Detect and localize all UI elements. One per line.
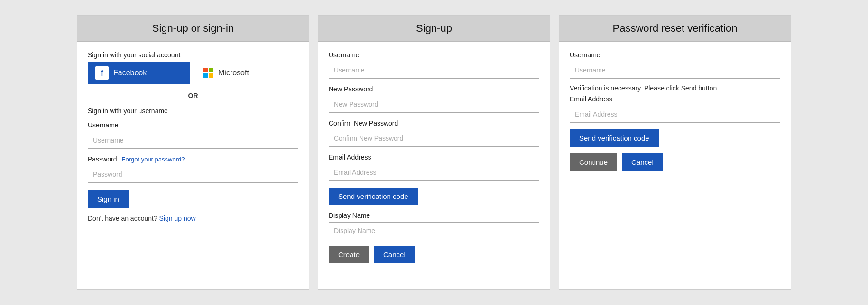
signup-email-input[interactable]	[329, 164, 539, 181]
new-password-input[interactable]	[329, 96, 539, 113]
reset-email-label: Email Address	[570, 95, 780, 103]
signup-username-input[interactable]	[329, 62, 539, 79]
panel-reset-header: Password reset verification	[559, 16, 791, 42]
password-label-row: Password Forgot your password?	[88, 155, 298, 163]
sign-up-link[interactable]: Sign up now	[159, 215, 196, 222]
sign-in-button[interactable]: Sign in	[88, 190, 129, 208]
reset-cancel-button[interactable]: Cancel	[622, 153, 663, 171]
panel-password-reset: Password reset verification Username Ver…	[559, 15, 791, 290]
facebook-button[interactable]: f Facebook	[88, 62, 190, 84]
confirm-password-label: Confirm New Password	[329, 119, 539, 127]
verification-note: Verification is necessary. Please click …	[570, 83, 780, 93]
panel-signup-header: Sign-up	[318, 16, 550, 42]
username-label: Username	[88, 121, 298, 129]
register-text: Don't have an account? Sign up now	[88, 215, 298, 222]
username-section-label: Sign in with your username	[88, 107, 298, 115]
create-button[interactable]: Create	[329, 246, 369, 263]
send-verification-code-button[interactable]: Send verification code	[329, 188, 418, 205]
or-divider: OR	[88, 92, 298, 99]
reset-action-row: Continue Cancel	[570, 153, 780, 171]
microsoft-label: Microsoft	[218, 69, 249, 77]
confirm-password-input[interactable]	[329, 130, 539, 147]
password-label: Password	[88, 155, 117, 163]
panel-sign-in: Sign-up or sign-in Sign in with your soc…	[77, 15, 309, 290]
reset-send-verification-button[interactable]: Send verification code	[570, 129, 659, 147]
reset-username-input[interactable]	[570, 62, 780, 79]
forgot-password-link[interactable]: Forgot your password?	[121, 156, 185, 163]
divider-line-left	[88, 96, 183, 96]
reset-email-input[interactable]	[570, 106, 780, 123]
username-input[interactable]	[88, 132, 298, 149]
new-password-label: New Password	[329, 85, 539, 93]
signup-action-row: Create Cancel	[329, 246, 539, 263]
or-text: OR	[188, 92, 198, 99]
password-input[interactable]	[88, 166, 298, 183]
signup-email-label: Email Address	[329, 153, 539, 161]
display-name-input[interactable]	[329, 222, 539, 239]
social-label: Sign in with your social account	[88, 51, 298, 59]
continue-button[interactable]: Continue	[570, 153, 617, 171]
microsoft-icon	[203, 68, 213, 78]
facebook-label: Facebook	[113, 69, 147, 77]
panel-sign-in-header: Sign-up or sign-in	[77, 16, 309, 42]
reset-username-label: Username	[570, 51, 780, 59]
microsoft-button[interactable]: Microsoft	[195, 62, 298, 84]
sign-in-button-wrapper: Sign in	[88, 190, 298, 208]
display-name-label: Display Name	[329, 212, 539, 219]
divider-line-right	[204, 96, 299, 96]
facebook-icon: f	[95, 66, 109, 80]
social-buttons: f Facebook Microsoft	[88, 62, 298, 84]
cancel-button[interactable]: Cancel	[374, 246, 415, 263]
signup-username-label: Username	[329, 51, 539, 59]
panel-signup: Sign-up Username New Password Confirm Ne…	[318, 15, 550, 290]
